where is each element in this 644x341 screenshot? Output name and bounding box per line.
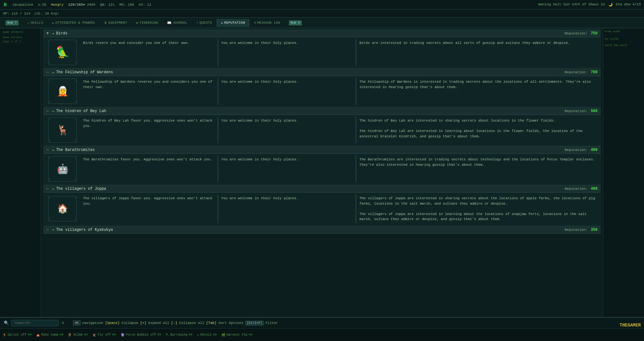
collapse-barathrumites-btn[interactable]: — — [46, 148, 50, 152]
collapse-hindren-btn[interactable]: — — [46, 109, 50, 113]
qn-display: QN: 121 — [100, 3, 115, 7]
hotkey-nav-icon: 🎮 — [73, 320, 81, 326]
joppa-sprite: 🏠 — [57, 203, 68, 214]
faction-kyakukya: — ❧ The villagers of Kyakukya Reputation… — [44, 226, 600, 234]
corner-tl: ⌐ — [49, 157, 51, 160]
sprint-label: Sprint off — [8, 333, 27, 337]
hotkey-filter-action: Filter — [266, 321, 278, 325]
hindren-sprite: 🦌 — [57, 124, 69, 136]
faction-hindren-header[interactable]: — ❧ The hindren of Bey Lah Reputation: 5… — [44, 107, 600, 115]
faction-barathrumites-header[interactable]: — ❧ The Barathrumites Reputation: 400 — [44, 146, 600, 154]
hotkeys-bar: 🎮 navigation [Space] Collapse [+] Expand… — [73, 320, 640, 326]
character-icon: 🐉 — [3, 3, 8, 7]
harvest-icon: 🌿 — [221, 333, 225, 337]
tab-reputation[interactable]: ✦ REPUTATION — [217, 19, 249, 27]
action-recoil[interactable]: ↩ Recoil <> — [197, 333, 217, 337]
hindren-portrait: ⌐ ¬ L J 🦌 — [45, 116, 80, 144]
joppa-portrait-border: ⌐ ¬ L J 🏠 — [48, 196, 77, 221]
collapse-birds-btn[interactable]: ▼ — [46, 31, 50, 36]
birds-rep-label: Reputation: — [565, 32, 588, 35]
right-sidebar: arms wide by title bard the word — [603, 28, 644, 317]
search-clear-btn[interactable]: X — [62, 321, 64, 325]
tab-equipment[interactable]: 🗡 EQUIPMENT — [99, 19, 131, 27]
corner-bl: L — [49, 61, 51, 65]
messagelog-icon: ≡ — [254, 21, 256, 25]
action-burrowing[interactable]: ⛏ Burrowing <> — [166, 333, 192, 337]
action-harvest[interactable]: 🌿 Harvest Pla <> — [221, 333, 252, 337]
barathrumites-portrait-border: ⌐ ¬ L J 🤖 — [48, 156, 77, 182]
action-bklmb[interactable]: 🧗 bklmb <> — [68, 333, 88, 337]
date-display: Waning Salt Sun 14th of Shwut Uz — [539, 3, 605, 7]
faction-birds: ▼ ❧ Birds Reputation: 750 ⌐ ¬ L J 🦜 — [44, 30, 600, 68]
tab-tinkering[interactable]: ⚙ TINKERING — [132, 19, 162, 27]
corner-br: J — [75, 178, 76, 181]
equipment-icon: 🗡 — [104, 21, 107, 25]
burrowing-label: Burrowing — [170, 333, 187, 337]
tab-attributes[interactable]: ★ ATTRIBUTES & POWERS — [48, 19, 99, 27]
lvl-display: LVL: 10 Exp: — [34, 12, 59, 15]
collapse-fellowship-btn[interactable]: — — [46, 70, 50, 75]
action-fly[interactable]: 🦅 Fly off <> — [93, 333, 116, 337]
faction-birds-header[interactable]: ▼ ❧ Birds Reputation: 750 — [44, 30, 600, 37]
reputation-panel[interactable]: ▼ ❧ Birds Reputation: 750 ⌐ ¬ L J 🦜 — [41, 28, 603, 317]
corner-tl: ⌐ — [49, 196, 51, 200]
top-status-bar: 🐉 Jacqueline 1:20 Hungry 229/285# 2965 Q… — [0, 0, 644, 9]
tab-skills[interactable]: ⚔ SKILLS — [23, 19, 47, 27]
hotkey-sort-action: Sort Options — [219, 321, 244, 325]
barathrumites-welcome: You are welcome in their holy places. — [218, 155, 356, 183]
faction-joppa-header[interactable]: — ❧ The villagers of Joppa Reputation: 4… — [44, 185, 600, 193]
corner-tl: ⌐ — [49, 79, 51, 82]
kyakukya-name: The villagers of Kyakukya — [56, 228, 563, 232]
corner-tr: ¬ — [75, 157, 76, 160]
faction-fellowship-body: ⌐ ¬ L J 🧝 The Fellowship of Wardens reve… — [44, 76, 600, 107]
collapse-joppa-btn[interactable]: — — [46, 187, 50, 191]
barathrumites-portrait: ⌐ ¬ L J 🤖 — [45, 155, 80, 183]
corner-tr: ¬ — [75, 118, 76, 121]
reputation-icon: ✦ — [221, 21, 223, 25]
search-input[interactable] — [11, 320, 59, 326]
faction-kyakukya-header[interactable]: — ❧ The villagers of Kyakukya Reputation… — [44, 226, 600, 234]
corner-br: J — [75, 139, 76, 142]
faction-joppa: — ❧ The villagers of Joppa Reputation: 4… — [44, 185, 600, 225]
bklmb-bracket: <> — [84, 333, 88, 337]
collapse-kyakukya-btn[interactable]: — — [46, 228, 50, 232]
sprint-bracket: <> — [28, 333, 32, 337]
tab-num7[interactable]: Num 7 — [2, 19, 22, 27]
joppa-interests: The villagers of Joppa are interested in… — [356, 194, 599, 224]
birds-portrait: ⌐ ¬ L J 🦜 — [45, 39, 80, 66]
faction-joppa-body: ⌐ ¬ L J 🏠 The villagers of Joppa favor y… — [44, 193, 600, 225]
tab-quests[interactable]: ! QUESTS — [192, 19, 216, 26]
birds-name: Birds — [56, 31, 563, 36]
action-makecamp[interactable]: ⛺ Make Camp <> — [36, 333, 63, 337]
birds-portrait-border: ⌐ ¬ L J 🦜 — [48, 40, 77, 65]
barathrumites-rep-value: 400 — [591, 148, 598, 152]
sta-display: Sta dow 4/15 — [616, 3, 641, 7]
harvest-label: Harvest Pla — [226, 333, 247, 337]
tab-messagelog[interactable]: ≡ MESSAGE LOG — [250, 19, 284, 26]
recoil-bracket: <> — [213, 333, 217, 337]
birds-rep-value: 750 — [591, 31, 598, 36]
barathrumites-rep-label: Reputation: — [565, 148, 588, 152]
corner-tl: ⌐ — [49, 118, 51, 121]
barathrumites-description: The Barathrumites favor you. Aggressive … — [80, 155, 218, 183]
tab-num9[interactable]: Num 9 — [285, 19, 306, 27]
action-forcebubble[interactable]: 🔮 Force Bubble off <> — [121, 333, 161, 337]
birds-icon: ❧ — [52, 32, 54, 36]
hp-display: HP: 114 / 114 — [3, 12, 30, 15]
fellowship-portrait-border: ⌐ ¬ L J 🧝 — [48, 79, 77, 104]
hotkey-nav-label: navigation — [82, 321, 103, 325]
corner-bl: L — [49, 139, 51, 142]
hotkey-collapse-action: Collapse All — [179, 321, 204, 325]
hotkey-minus-bracket: [-] — [171, 321, 177, 325]
fellowship-sprite: 🧝 — [57, 86, 69, 97]
barathrumites-interests: The Barathrumites are interested in trad… — [356, 155, 599, 183]
burrowing-icon: ⛏ — [166, 333, 169, 337]
faction-hindren: — ❧ The hindren of Bey Lah Reputation: 5… — [44, 107, 600, 146]
corner-bl: L — [49, 218, 51, 221]
action-sprint[interactable]: 🏃 Sprint off <> — [3, 333, 32, 337]
hotkey-plus-bracket: [+] — [140, 321, 147, 325]
tab-journal[interactable]: 📖 JOURNAL — [163, 19, 191, 27]
recoil-icon: ↩ — [197, 333, 199, 337]
faction-fellowship-header[interactable]: — ❧ The Fellowship of Wardens Reputation… — [44, 69, 600, 76]
birds-interests: Birds are interested in trading secrets … — [356, 39, 599, 66]
